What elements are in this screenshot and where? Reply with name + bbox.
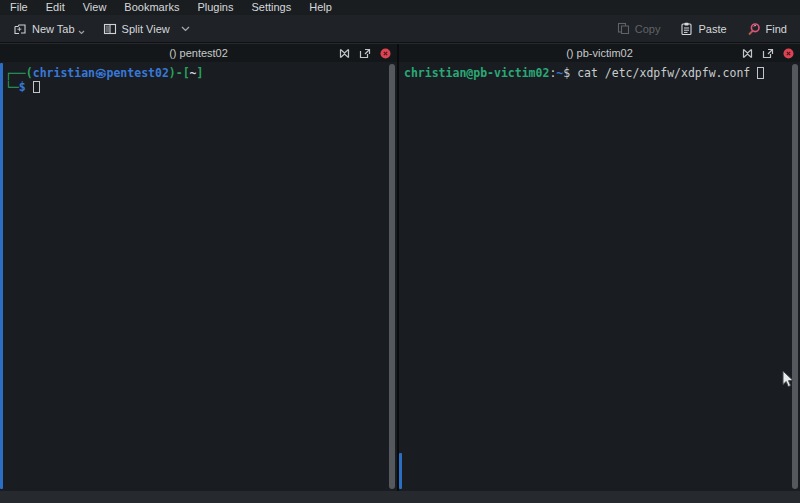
split-view-chevron-icon [181, 26, 190, 32]
copy-icon [617, 22, 630, 35]
prompt-path: ~ [190, 66, 197, 80]
new-tab-icon [13, 22, 27, 36]
prompt-frame-bottom: └─ [5, 80, 19, 94]
prompt-dollar: $ [563, 66, 577, 80]
menu-bar: File Edit View Bookmarks Plugins Setting… [0, 0, 800, 15]
menu-edit[interactable]: Edit [37, 0, 74, 15]
prompt-frame-close: ] [197, 66, 204, 80]
terminal-content-pb-victim02: christian@pb-victim02:~$ cat /etc/xdpfw/… [399, 62, 790, 491]
find-icon [747, 22, 761, 36]
terminal-pentest02[interactable]: ┌──(christian㉿pentest02)-[~] └─$ [0, 62, 397, 491]
prompt-dollar: $ [19, 80, 33, 94]
maximize-pane-icon[interactable] [339, 48, 350, 59]
new-output-indicator-left [0, 63, 3, 489]
copy-button[interactable]: Copy [612, 18, 666, 39]
pane-header-pentest02[interactable]: () pentest02 [0, 44, 397, 62]
terminal-pb-victim02[interactable]: christian@pb-victim02:~$ cat /etc/xdpfw/… [399, 62, 800, 491]
new-tab-button[interactable]: New Tab [8, 18, 90, 40]
scrollbar-thumb-left[interactable] [389, 64, 395, 489]
new-tab-label: New Tab [32, 23, 75, 35]
menu-bookmarks[interactable]: Bookmarks [115, 0, 188, 15]
close-pane-button[interactable] [783, 48, 794, 59]
main-toolbar: New Tab Split View Copy [0, 15, 800, 43]
find-label: Find [766, 23, 787, 35]
terminal-content-pentest02: ┌──(christian㉿pentest02)-[~] └─$ [0, 62, 387, 491]
split-view-container: () pentest02 [0, 44, 800, 491]
pane-title-pentest02: () pentest02 [0, 44, 397, 62]
detach-pane-icon[interactable] [359, 48, 371, 59]
maximize-pane-icon[interactable] [742, 48, 753, 59]
split-view-button[interactable]: Split View [98, 18, 195, 40]
prompt-user-host: christian㉿pentest02 [33, 66, 169, 80]
terminal-cursor [33, 81, 40, 93]
new-tab-dropdown-chevron-icon [78, 30, 85, 35]
prompt-frame-mid: )-[ [169, 66, 190, 80]
copy-label: Copy [635, 23, 661, 35]
mouse-pointer-icon [782, 370, 795, 393]
terminal-cursor [757, 67, 764, 79]
find-button[interactable]: Find [742, 18, 792, 40]
split-view-icon [103, 22, 117, 36]
pane-header-buttons [339, 44, 391, 62]
command-text: cat /etc/xdpfw/xdpfw.conf [577, 66, 757, 80]
menu-file[interactable]: File [1, 0, 37, 15]
menu-plugins[interactable]: Plugins [188, 0, 242, 15]
scrollbar-track-left[interactable] [387, 62, 397, 491]
prompt-user-host: christian@pb-victim02 [404, 66, 549, 80]
terminal-pane-pentest02: () pentest02 [0, 44, 397, 491]
scrollbar-track-right[interactable] [790, 62, 800, 491]
paste-button[interactable]: Paste [675, 18, 731, 39]
pane-title-pb-victim02: () pb-victim02 [399, 44, 800, 62]
close-pane-button[interactable] [380, 48, 391, 59]
menu-view[interactable]: View [74, 0, 116, 15]
prompt-frame-open: ┌──( [5, 66, 33, 80]
menu-help[interactable]: Help [300, 0, 341, 15]
pane-header-buttons [742, 44, 794, 62]
new-output-indicator-right [399, 453, 402, 489]
menu-settings[interactable]: Settings [242, 0, 300, 15]
paste-icon [680, 22, 693, 35]
split-view-label: Split View [122, 23, 170, 35]
detach-pane-icon[interactable] [762, 48, 774, 59]
pane-header-pb-victim02[interactable]: () pb-victim02 [399, 44, 800, 62]
terminal-pane-pb-victim02: () pb-victim02 [399, 44, 800, 491]
paste-label: Paste [698, 23, 726, 35]
scrollbar-thumb-right[interactable] [792, 64, 798, 489]
